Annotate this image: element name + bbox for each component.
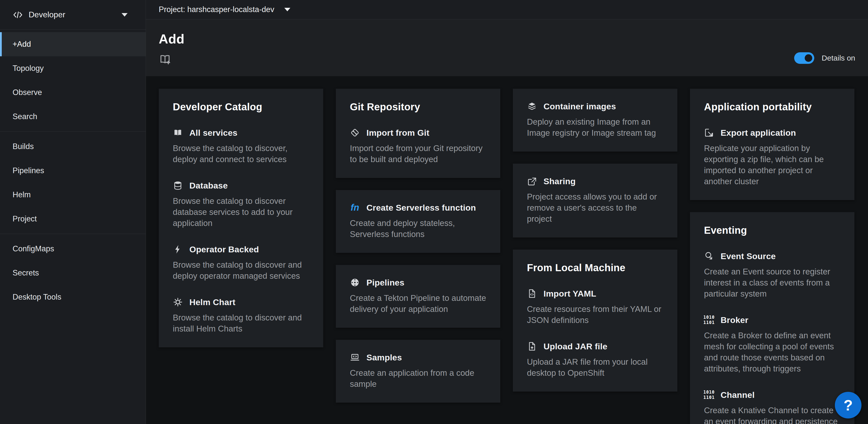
card-title-application-portability: Application portability — [704, 101, 840, 113]
item-description: Create a Tekton Pipeline to automate del… — [350, 292, 486, 315]
item-label: Database — [189, 181, 228, 191]
card-eventing: EventingEvent SourceCreate an Event sour… — [690, 212, 855, 424]
item-link-channel[interactable]: 10101101Channel — [704, 390, 840, 400]
sidebar-item-add[interactable]: +Add — [0, 32, 146, 56]
card-column: Application portabilityExport applicatio… — [690, 89, 855, 424]
item-label: Container images — [544, 102, 616, 111]
item-label: Samples — [366, 352, 402, 362]
event-source-icon — [704, 251, 714, 261]
help-button[interactable]: ? — [835, 392, 862, 419]
item-helm-chart: Helm ChartBrowse the catalog to discover… — [173, 297, 309, 334]
toggle-knob — [805, 54, 812, 62]
item-label: Helm Chart — [189, 297, 235, 307]
item-create-serverless-function: fnCreate Serverless functionCreate and d… — [350, 203, 486, 240]
helm-icon — [173, 297, 183, 307]
card-git-repository: Git RepositoryImport from GitImport code… — [336, 89, 500, 178]
cards-area: Developer CatalogAll servicesBrowse the … — [146, 76, 868, 424]
container-images-icon — [527, 101, 537, 111]
details-toggle[interactable] — [794, 52, 814, 64]
details-toggle-row: Details on — [794, 52, 855, 64]
card-title-from-local-machine: From Local Machine — [527, 262, 663, 274]
item-link-helm-chart[interactable]: Helm Chart — [173, 297, 309, 307]
sidebar-item-pipelines[interactable]: Pipelines — [0, 159, 146, 183]
item-description: Project access allows you to add or remo… — [527, 191, 663, 224]
item-link-upload-jar-file[interactable]: Upload JAR file — [527, 341, 663, 351]
item-link-samples[interactable]: Samples — [350, 352, 486, 362]
item-operator-backed: Operator BackedBrowse the catalog to dis… — [173, 244, 309, 282]
project-selector[interactable]: Project: harshcasper-localsta-dev — [146, 0, 868, 19]
card-application-portability: Application portabilityExport applicatio… — [690, 89, 855, 200]
item-link-import-yaml[interactable]: Import YAML — [527, 288, 663, 299]
sidebar-item-topology[interactable]: Topology — [0, 56, 146, 80]
item-description: Upload a JAR file from your local deskto… — [527, 357, 663, 378]
item-label: Export application — [720, 128, 796, 138]
sidebar-item-builds[interactable]: Builds — [0, 135, 146, 159]
item-samples: SamplesCreate an application from a code… — [350, 352, 486, 390]
serverless-fn-icon: fn — [350, 203, 360, 213]
samples-icon — [350, 352, 360, 362]
upload-jar-icon — [527, 341, 537, 351]
item-broker: 10101101BrokerCreate a Broker to define … — [704, 315, 840, 374]
quickstart-book-plus-icon[interactable] — [159, 53, 171, 65]
card-column: Developer CatalogAll servicesBrowse the … — [159, 89, 323, 347]
database-icon — [173, 180, 183, 191]
broker-icon: 10101101 — [704, 315, 714, 325]
item-label: Operator Backed — [189, 245, 259, 254]
item-all-services: All servicesBrowse the catalog to discov… — [173, 128, 309, 165]
item-event-source: Event SourceCreate an Event source to re… — [704, 251, 840, 299]
code-icon — [12, 9, 23, 20]
item-label: Create Serverless function — [366, 203, 476, 213]
sidebar-item-search[interactable]: Search — [0, 105, 146, 129]
item-link-sharing[interactable]: Sharing — [527, 176, 663, 186]
sidebar-item-project[interactable]: Project — [0, 207, 146, 231]
item-export-application: Export applicationReplicate your applica… — [704, 128, 840, 187]
card-title-developer-catalog: Developer Catalog — [173, 101, 309, 113]
item-description: Browse the catalog to discover database … — [173, 196, 309, 229]
item-link-pipelines[interactable]: Pipelines — [350, 278, 486, 287]
sidebar-item-desktop-tools[interactable]: Desktop Tools — [0, 285, 146, 309]
item-link-broker[interactable]: 10101101Broker — [704, 315, 840, 325]
item-link-create-serverless-function[interactable]: fnCreate Serverless function — [350, 203, 486, 213]
card-column: Git RepositoryImport from GitImport code… — [336, 89, 500, 403]
item-label: Upload JAR file — [544, 342, 607, 351]
item-pipelines: PipelinesCreate a Tekton Pipeline to aut… — [350, 278, 486, 315]
item-link-import-from-git[interactable]: Import from Git — [350, 128, 486, 138]
card-title-git-repository: Git Repository — [350, 101, 486, 113]
details-toggle-label: Details on — [822, 54, 855, 62]
chevron-down-icon — [284, 8, 290, 11]
item-sharing: SharingProject access allows you to add … — [527, 176, 663, 224]
item-link-export-application[interactable]: Export application — [704, 128, 840, 138]
item-description: Browse the catalog to discover and deplo… — [173, 259, 309, 282]
card-pipelines: PipelinesCreate a Tekton Pipeline to aut… — [336, 265, 500, 328]
sidebar-item-configmaps[interactable]: ConfigMaps — [0, 237, 146, 261]
perspective-switcher[interactable]: Developer — [0, 0, 146, 30]
channel-icon: 10101101 — [704, 390, 714, 400]
item-link-container-images[interactable]: Container images — [527, 101, 663, 111]
item-import-yaml: Import YAMLCreate resources from their Y… — [527, 288, 663, 326]
sidebar-item-helm[interactable]: Helm — [0, 183, 146, 207]
bolt-icon — [173, 244, 183, 254]
perspective-label: Developer — [29, 10, 65, 19]
sidebar-item-observe[interactable]: Observe — [0, 80, 146, 105]
chevron-down-icon — [122, 13, 128, 17]
item-label: Import YAML — [544, 289, 596, 299]
card-developer-catalog: Developer CatalogAll servicesBrowse the … — [159, 89, 323, 347]
item-link-database[interactable]: Database — [173, 180, 309, 191]
item-description: Browse the catalog to discover and insta… — [173, 312, 309, 334]
item-label: All services — [189, 128, 237, 138]
item-description: Create and deploy stateless, Serverless … — [350, 218, 486, 240]
item-link-event-source[interactable]: Event Source — [704, 251, 840, 261]
item-upload-jar-file: Upload JAR fileUpload a JAR file from yo… — [527, 341, 663, 378]
item-label: Channel — [720, 390, 755, 400]
book-icon — [173, 128, 183, 138]
item-import-from-git: Import from GitImport code from your Git… — [350, 128, 486, 165]
item-description: Import code from your Git repository to … — [350, 143, 486, 165]
card-column: Container imagesDeploy an existing Image… — [513, 89, 677, 392]
pipelines-icon — [350, 278, 360, 287]
project-selector-label: Project: harshcasper-localsta-dev — [159, 5, 274, 14]
sidebar-item-secrets[interactable]: Secrets — [0, 261, 146, 285]
item-label: Broker — [720, 315, 748, 325]
item-link-all-services[interactable]: All services — [173, 128, 309, 138]
item-link-operator-backed[interactable]: Operator Backed — [173, 244, 309, 254]
item-description: Create an Event source to register inter… — [704, 266, 840, 299]
